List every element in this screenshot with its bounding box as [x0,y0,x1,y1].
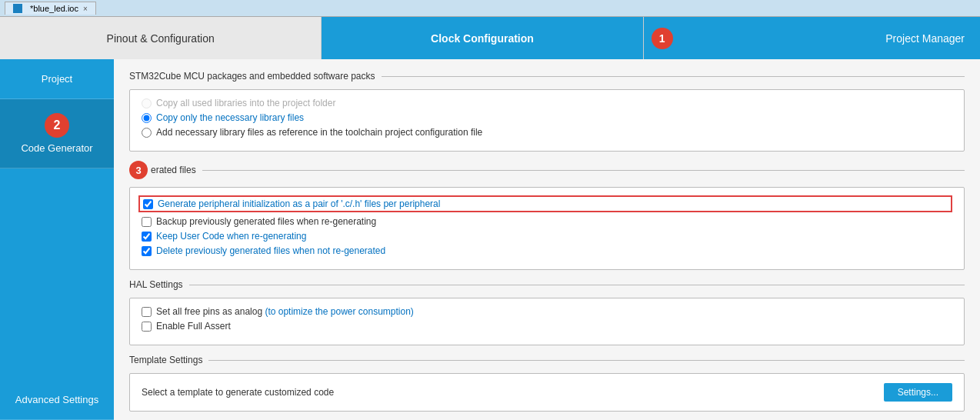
generated-files-header-row: 3 erated files [129,161,965,179]
hal-settings-section: HAL Settings Set all free pins as analog… [129,279,965,345]
checkbox-hal-analog[interactable]: Set all free pins as analog (to optimize… [142,306,952,317]
stm32cube-header-row: STM32Cube MCU packages and embedded soft… [129,71,965,82]
checkbox-backup-input[interactable] [142,217,152,227]
sidebar-item-advanced-settings[interactable]: Advanced Settings [0,380,114,420]
tab-project-manager[interactable]: 1 Project Manager [644,17,980,59]
checkbox-keep-user-code[interactable]: Keep User Code when re-generating [142,231,952,242]
file-tab[interactable]: *blue_led.ioc × [5,2,96,15]
generated-files-box: Generate peripheral initialization as a … [129,187,965,270]
template-box: Select a template to generate customized… [129,373,965,412]
radio-copy-all-input[interactable] [142,98,152,108]
sidebar-item-code-generator[interactable]: 2 Code Generator [0,99,114,168]
content-area: STM32Cube MCU packages and embedded soft… [114,59,980,420]
hal-header-row: HAL Settings [129,279,965,290]
checkbox-keep-user-code-input[interactable] [142,232,152,242]
radio-add-reference[interactable]: Add necessary library files as reference… [142,127,952,138]
checkbox-delete-prev-input[interactable] [142,246,152,256]
hal-section-title: HAL Settings [129,279,183,290]
template-row: Select a template to generate customized… [142,383,952,402]
stm32cube-box: Copy all used libraries into the project… [129,89,965,152]
sidebar: Project 2 Code Generator Advanced Settin… [0,59,114,420]
template-settings-section: Template Settings Select a template to g… [129,355,965,412]
checkbox-gen-peripheral-input[interactable] [143,199,153,209]
hal-box: Set all free pins as analog (to optimize… [129,298,965,345]
tab-clock[interactable]: Clock Configuration [322,17,643,59]
file-tab-label: *blue_led.ioc [30,4,78,13]
main-layout: Project 2 Code Generator Advanced Settin… [0,59,980,420]
checkbox-backup[interactable]: Backup previously generated files when r… [142,216,952,227]
radio-copy-necessary[interactable]: Copy only the necessary library files [142,112,952,123]
checkbox-delete-prev[interactable]: Delete previously generated files when n… [142,245,952,256]
radio-copy-necessary-input[interactable] [142,113,152,123]
tab-pinout[interactable]: Pinout & Configuration [0,17,322,59]
sidebar-item-project[interactable]: Project [0,59,114,99]
checkbox-hal-analog-input[interactable] [142,307,152,317]
stm32cube-section: STM32Cube MCU packages and embedded soft… [129,71,965,152]
radio-copy-all[interactable]: Copy all used libraries into the project… [142,98,952,108]
file-icon [13,4,22,13]
title-bar: *blue_led.ioc × [0,0,980,17]
code-generator-badge: 2 [45,113,69,138]
generated-files-section: 3 erated files Generate peripheral initi… [129,161,965,270]
template-section-title: Template Settings [129,355,202,365]
stm32cube-section-title: STM32Cube MCU packages and embedded soft… [129,71,375,82]
checkbox-full-assert-input[interactable] [142,322,152,332]
settings-button[interactable]: Settings... [884,383,952,402]
generated-files-badge: 3 [129,161,148,179]
tab-bar: Pinout & Configuration Clock Configurati… [0,17,980,59]
template-header-row: Template Settings [129,355,965,365]
checkbox-full-assert[interactable]: Enable Full Assert [142,321,952,332]
close-tab-icon[interactable]: × [83,5,88,13]
generated-files-title: erated files [151,165,196,175]
checkbox-gen-peripheral[interactable]: Generate peripheral initialization as a … [138,195,952,212]
project-manager-badge: 1 [652,28,673,49]
radio-add-reference-input[interactable] [142,128,152,138]
